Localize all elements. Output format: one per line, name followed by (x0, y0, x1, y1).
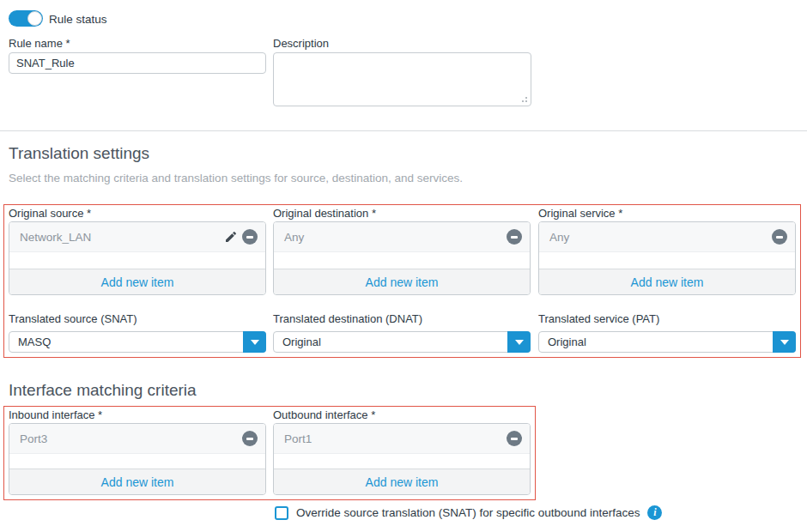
toggle-knob[interactable] (27, 11, 42, 26)
translated-source-select[interactable]: MASQ (9, 331, 266, 353)
item-box-empty-area (274, 252, 530, 269)
rule-name-input[interactable] (9, 52, 266, 74)
translated-source-field: Translated source (SNAT) MASQ (9, 312, 266, 353)
rule-status-label: Rule status (49, 13, 107, 26)
info-icon[interactable]: i (647, 505, 662, 520)
item-label: Port1 (284, 432, 507, 445)
add-new-item-button[interactable]: Add new item (9, 269, 265, 294)
original-source-box: Network_LAN Add new item (9, 221, 266, 295)
item-label: Port3 (20, 432, 242, 445)
outbound-interface-label: Outbound interface * (273, 408, 531, 421)
original-source-column: Original source * Network_LAN Add new it… (9, 207, 266, 295)
chevron-down-icon[interactable] (243, 331, 266, 353)
rule-status-toggle[interactable] (9, 10, 43, 27)
list-item[interactable]: Network_LAN (9, 222, 265, 252)
item-box-empty-area (539, 252, 795, 269)
chevron-down-icon[interactable] (773, 331, 796, 353)
item-label: Network_LAN (20, 231, 224, 244)
translated-source-label: Translated source (SNAT) (9, 312, 266, 325)
inbound-interface-box: Port3 Add new item (9, 423, 266, 495)
override-snat-label: Override source translation (SNAT) for s… (296, 506, 640, 519)
override-snat-row: Override source translation (SNAT) for s… (275, 505, 662, 520)
list-item[interactable]: Any (274, 222, 530, 252)
translated-destination-field: Translated destination (DNAT) Original (273, 312, 531, 353)
item-box-empty-area (274, 454, 530, 469)
selected-value: MASQ (18, 336, 51, 348)
translated-destination-select[interactable]: Original (273, 331, 531, 353)
interface-matching-heading: Interface matching criteria (9, 381, 197, 400)
selected-value: Original (282, 336, 321, 348)
translated-destination-label: Translated destination (DNAT) (273, 312, 531, 325)
original-destination-column: Original destination * Any Add new item (273, 207, 531, 295)
inbound-interface-label: Inbound interface * (9, 408, 266, 421)
chevron-down-icon[interactable] (507, 331, 531, 353)
remove-icon[interactable] (242, 431, 258, 446)
remove-icon[interactable] (507, 229, 522, 245)
item-box-empty-area (9, 454, 265, 469)
description-field-wrap (273, 52, 531, 106)
original-service-box: Any Add new item (538, 221, 796, 295)
original-service-label: Original service * (538, 207, 796, 220)
original-service-column: Original service * Any Add new item (538, 207, 796, 295)
translation-settings-subtitle: Select the matching criteria and transla… (9, 172, 463, 184)
edit-icon[interactable] (224, 230, 238, 244)
original-destination-box: Any Add new item (273, 221, 531, 295)
add-new-item-button[interactable]: Add new item (9, 469, 265, 494)
selected-value: Original (548, 336, 586, 348)
remove-icon[interactable] (242, 229, 258, 245)
outbound-interface-column: Outbound interface * Port1 Add new item (273, 408, 531, 495)
item-label: Any (549, 231, 772, 244)
add-new-item-button[interactable]: Add new item (539, 269, 795, 294)
outbound-interface-box: Port1 Add new item (273, 423, 531, 495)
translation-settings-heading: Translation settings (9, 144, 149, 163)
item-label: Any (284, 231, 507, 244)
translated-service-field: Translated service (PAT) Original (538, 312, 796, 353)
description-label: Description (273, 37, 329, 50)
description-textarea[interactable] (273, 52, 531, 106)
translated-service-select[interactable]: Original (538, 331, 796, 353)
list-item[interactable]: Port3 (9, 424, 265, 454)
rule-name-label: Rule name * (9, 37, 70, 50)
list-item[interactable]: Any (539, 222, 795, 252)
remove-icon[interactable] (772, 229, 787, 245)
section-divider (0, 130, 807, 131)
add-new-item-button[interactable]: Add new item (274, 269, 530, 294)
original-destination-label: Original destination * (273, 207, 531, 220)
inbound-interface-column: Inbound interface * Port3 Add new item (9, 408, 266, 495)
item-box-empty-area (9, 252, 265, 269)
original-source-label: Original source * (9, 207, 266, 220)
add-new-item-button[interactable]: Add new item (274, 469, 530, 494)
override-snat-checkbox[interactable] (275, 506, 288, 520)
translated-service-label: Translated service (PAT) (538, 312, 796, 325)
list-item[interactable]: Port1 (274, 424, 530, 454)
remove-icon[interactable] (507, 431, 522, 446)
